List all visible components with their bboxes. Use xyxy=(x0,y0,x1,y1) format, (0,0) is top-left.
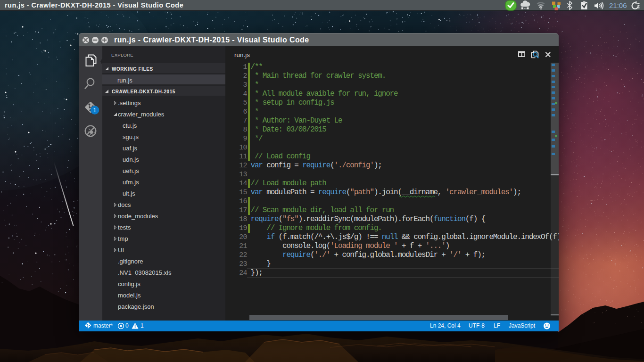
svg-text:1: 1 xyxy=(93,107,97,114)
